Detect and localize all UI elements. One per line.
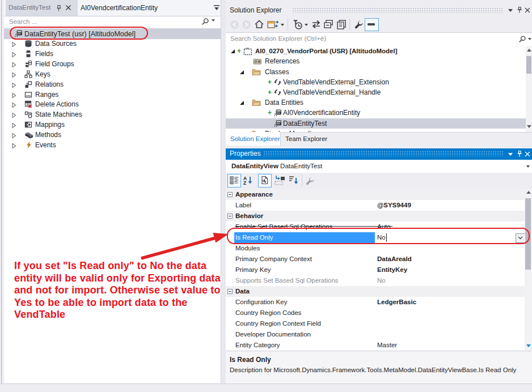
svg-text:Z: Z [243,180,246,185]
